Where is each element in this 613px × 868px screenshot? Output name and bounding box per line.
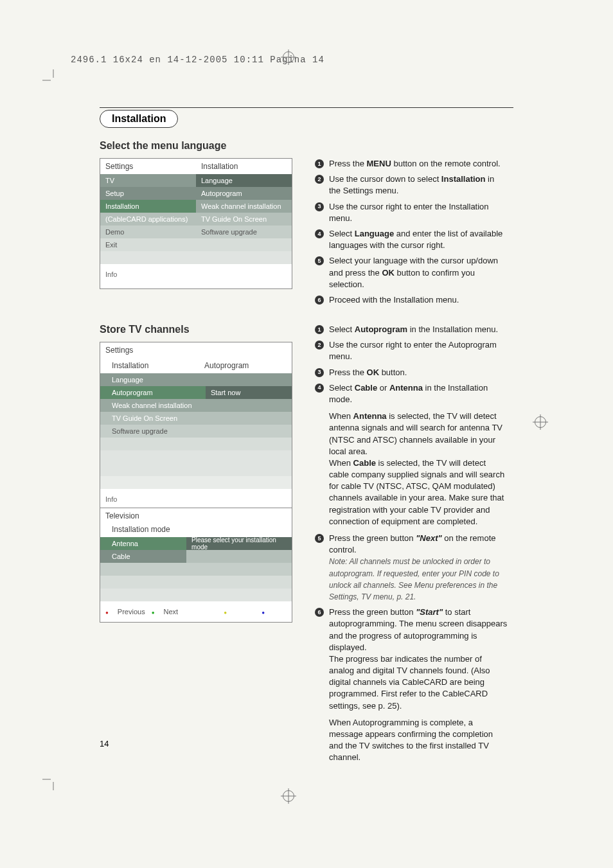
menu-item-selected[interactable]: Antenna [100, 537, 186, 550]
yellow-dot-icon [224, 608, 229, 616]
blue-dot-icon [262, 608, 267, 616]
menu-panel-settings-installation: Settings Installation TV Setup Installat… [100, 158, 292, 289]
step: 1Select Autoprogram in the Installation … [315, 324, 508, 335]
panel3-footer: Previous Next [100, 601, 292, 622]
next-label[interactable]: Next [163, 608, 178, 616]
info-complete: When Autoprogramming is complete, a mess… [329, 717, 508, 764]
menu-item-selected[interactable]: Installation [100, 200, 196, 213]
menu-item [206, 425, 292, 438]
note: Note: All channels must be unlocked in o… [329, 557, 499, 601]
panel1-info: Info [100, 264, 292, 288]
menu-item[interactable]: Autoprogram [196, 187, 292, 200]
page-rule [100, 107, 513, 108]
step: 5Select your language with the cursor up… [315, 255, 508, 290]
crop-mark-bl [42, 768, 64, 790]
heading-select-language: Select the menu language [100, 140, 226, 152]
menu-item [100, 463, 206, 476]
menu-item[interactable]: Software upgrade [196, 226, 292, 238]
step: 3Press the OK button. [315, 367, 508, 378]
menu-item[interactable]: Cable [100, 550, 186, 563]
menu-item-selected[interactable]: Autoprogram [100, 386, 206, 399]
panel3-title: Television [100, 508, 292, 524]
menu-item[interactable]: Language [196, 174, 292, 187]
menu-item[interactable]: Software upgrade [100, 425, 206, 438]
menu-item[interactable]: Start now [206, 386, 292, 399]
step-number-icon: 1 [315, 325, 324, 334]
menu-item[interactable]: Exit [100, 238, 196, 251]
step-number-icon: 4 [315, 229, 324, 238]
menu-item [100, 576, 186, 589]
registration-mark-top [283, 51, 294, 63]
step-number-icon: 4 [315, 384, 324, 393]
step: 6Proceed with the Installation menu. [315, 294, 508, 306]
step-number-icon: 6 [315, 608, 324, 617]
step: 6Press the green button "Start" to start… [315, 607, 508, 712]
step: 4Select Language and enter the list of a… [315, 228, 508, 251]
menu-item[interactable]: Weak channel installation [100, 399, 206, 412]
heading-store-channels: Store TV channels [100, 324, 190, 335]
menu-item[interactable]: Language [100, 373, 206, 386]
menu-item [196, 238, 292, 251]
panel2-title: Settings [100, 342, 292, 358]
menu-item [186, 576, 292, 589]
menu-item [206, 463, 292, 476]
menu-item [100, 476, 206, 489]
red-dot-icon [105, 608, 111, 616]
menu-item [186, 589, 292, 601]
green-dot-icon [152, 608, 157, 616]
menu-hint: Please select your installation mode [186, 537, 292, 550]
step: 1Press the MENU button on the remote con… [315, 158, 508, 170]
step: 2Use the cursor down to select Installat… [315, 173, 508, 197]
instructions-select-language: 1Press the MENU button on the remote con… [315, 158, 508, 310]
menu-item[interactable]: Setup [100, 187, 196, 200]
page-number: 14 [100, 739, 109, 748]
menu-item [206, 373, 292, 386]
step: 5Press the green button "Next" on the re… [315, 533, 508, 603]
menu-item[interactable]: TV Guide On Screen [196, 213, 292, 226]
section-title-pill: Installation [100, 110, 178, 128]
menu-item[interactable]: TV [100, 174, 196, 187]
menu-item [206, 399, 292, 412]
menu-item [196, 251, 292, 264]
menu-item [100, 563, 186, 576]
panel1-title-right: Installation [196, 159, 292, 174]
instructions-store-channels: 1Select Autoprogram in the Installation … [315, 324, 508, 769]
previous-label[interactable]: Previous [118, 608, 145, 616]
panel1-title-left: Settings [100, 159, 196, 174]
menu-item [206, 476, 292, 489]
menu-panel-autoprogram: Settings Installation Autoprogram Langua… [100, 342, 292, 514]
menu-item[interactable]: Demo [100, 226, 196, 238]
panel3-sub: Installation mode [100, 524, 292, 537]
step-number-icon: 1 [315, 159, 324, 168]
step-number-icon: 6 [315, 296, 324, 305]
menu-item[interactable]: (CableCARD applications) [100, 213, 196, 226]
menu-item [206, 412, 292, 425]
menu-item[interactable]: TV Guide On Screen [100, 412, 206, 425]
menu-item [206, 438, 292, 450]
step-number-icon: 3 [315, 202, 324, 211]
step-number-icon: 3 [315, 368, 324, 377]
panel2-sub-left: Installation [100, 358, 199, 373]
menu-item [100, 589, 186, 601]
step-number-icon: 2 [315, 175, 324, 184]
registration-mark-right [535, 416, 546, 428]
menu-item [206, 450, 292, 463]
registration-mark-bottom [283, 790, 294, 802]
panel2-title-right: Autoprogram [199, 358, 292, 373]
crop-mark-tl [42, 69, 64, 91]
menu-item [186, 563, 292, 576]
info-antenna: When Antenna is selected, the TV will de… [329, 411, 508, 527]
menu-item [186, 550, 292, 563]
menu-panel-installation-mode: Television Installation mode Antenna Cab… [100, 508, 292, 623]
menu-item[interactable]: Weak channel installation [196, 200, 292, 213]
step: 4Select Cable or Antenna in the Installa… [315, 382, 508, 405]
menu-item [100, 438, 206, 450]
menu-item [100, 450, 206, 463]
step: 3Use the cursor right to enter the Insta… [315, 201, 508, 224]
step-number-icon: 5 [315, 534, 324, 543]
menu-item [100, 251, 196, 264]
step-number-icon: 5 [315, 256, 324, 265]
step-number-icon: 2 [315, 341, 324, 350]
step: 2Use the cursor right to enter the Autop… [315, 339, 508, 362]
